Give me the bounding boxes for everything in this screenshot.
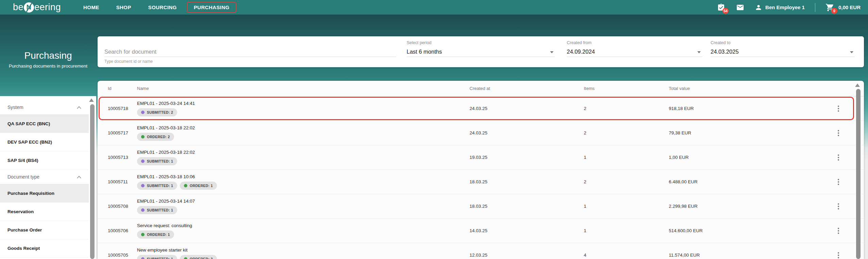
sidebar-item-goods-receipt[interactable]: Goods Receipt (0, 239, 89, 258)
user-menu[interactable]: Ben Employee 1 (755, 4, 805, 11)
row-menu-kebab-icon[interactable] (836, 250, 841, 259)
cart-button[interactable]: 0 0,00 EUR (826, 3, 861, 12)
sidebar-section-items: QA SAP ECC (BNC)DEV SAP ECC (BN2)SAP S/4… (0, 115, 89, 170)
cell-items: 1 (584, 228, 669, 233)
status-badges: SUBMITTED: 1 ORDERED: 3 (137, 255, 470, 259)
document-name: New employee starter kit (137, 247, 470, 253)
nav-item-purchasing[interactable]: PURCHASING (188, 2, 236, 12)
table-body: 10005718 EMPL01 - 2025-03-24 14:41 SUBMI… (98, 96, 864, 259)
app-logo[interactable]: beNeering (13, 2, 61, 13)
sidebar-item-purchase-requisition[interactable]: Purchase Requisition (0, 184, 89, 203)
cell-name: EMPL01 - 2025-03-18 10:06 SUBMITTED: 1 O… (137, 174, 470, 190)
created-from-label: Created from (567, 40, 592, 45)
table-row[interactable]: 10005706 Service request: consulting ORD… (98, 219, 864, 243)
sidebar-scroll-up-arrow[interactable] (89, 98, 94, 102)
messages-button[interactable] (736, 3, 745, 12)
table-scroll-up-arrow[interactable] (855, 84, 860, 87)
filter-bar: Search for document Type document id or … (98, 36, 864, 67)
status-badge: SUBMITTED: 1 (137, 157, 177, 165)
status-badges: SUBMITTED: 2 (137, 108, 470, 116)
cell-items: 2 (584, 106, 669, 111)
topbar-divider (815, 3, 815, 12)
cell-id: 10005713 (108, 155, 137, 160)
column-header-id: Id (108, 86, 137, 91)
period-caret-icon[interactable] (550, 51, 554, 53)
table-row[interactable]: 10005708 EMPL01 - 2025-03-14 14:07 SUBMI… (98, 194, 864, 219)
cell-name: EMPL01 - 2025-03-24 14:41 SUBMITTED: 2 (137, 101, 470, 116)
cell-created-at: 24.03.25 (470, 130, 584, 135)
table-row[interactable]: 10005713 EMPL01 - 2025-03-18 22:02 SUBMI… (98, 145, 864, 170)
table-row[interactable]: 10005718 EMPL01 - 2025-03-24 14:41 SUBMI… (98, 96, 864, 121)
table-row[interactable]: 10005705 New employee starter kit SUBMIT… (98, 243, 864, 259)
sidebar-item-purchase-order[interactable]: Purchase Order (0, 221, 89, 239)
row-menu-kebab-icon[interactable] (836, 226, 841, 236)
row-menu-kebab-icon[interactable] (836, 104, 841, 114)
status-badge-label: ORDERED: 3 (190, 257, 213, 259)
tasks-count-badge: 54 (722, 8, 729, 14)
created-to-caret-icon[interactable] (850, 51, 853, 53)
cell-id: 10005718 (108, 106, 137, 111)
status-badges: SUBMITTED: 1 ORDERED: 1 (137, 182, 470, 190)
sidebar-item-dev-sap-ecc-bn2-[interactable]: DEV SAP ECC (BN2) (0, 133, 89, 151)
created-to-label: Created to (711, 40, 730, 45)
column-header-name: Name (137, 86, 470, 91)
search-input[interactable]: Search for document (104, 49, 156, 55)
cell-created-at: 12.03.25 (470, 253, 584, 258)
row-menu-kebab-icon[interactable] (836, 128, 841, 138)
created-from-caret-icon[interactable] (697, 51, 701, 53)
table-row[interactable]: 10005711 EMPL01 - 2025-03-18 10:06 SUBMI… (98, 170, 864, 194)
cell-total-value: 1,00 EUR (669, 155, 818, 160)
sidebar-section-header: Document type (0, 170, 89, 184)
top-navigation-bar: beNeering HOMESHOPSOURCINGPURCHASING 54 … (0, 0, 868, 15)
cell-created-at: 24.03.25 (470, 106, 584, 111)
cell-id: 10005706 (108, 228, 137, 233)
sidebar-section-header: System (0, 100, 89, 115)
status-dot-icon (184, 184, 187, 187)
status-dot-icon (141, 111, 144, 114)
sidebar-item-sap-s-4-bs4-[interactable]: SAP S/4 (BS4) (0, 151, 89, 170)
cell-total-value: 514.600,00 EUR (669, 228, 818, 233)
chevron-up-icon[interactable] (77, 106, 81, 109)
row-menu-kebab-icon[interactable] (836, 201, 841, 211)
status-badge: ORDERED: 1 (137, 230, 174, 239)
created-to-field[interactable]: Created to 24.03.2025 (711, 36, 855, 67)
nav-item-sourcing[interactable]: SOURCING (142, 2, 183, 12)
sidebar-item-reservation[interactable]: Reservation (0, 203, 89, 221)
period-value[interactable]: Last 6 months (407, 49, 442, 55)
created-from-field[interactable]: Created from 24.09.2024 (567, 36, 702, 67)
period-select[interactable]: Select period Last 6 months (407, 36, 555, 67)
sidebar-item-qa-sap-ecc-bnc-[interactable]: QA SAP ECC (BNC) (0, 115, 89, 133)
cell-name: EMPL01 - 2025-03-14 14:07 SUBMITTED: 1 (137, 199, 470, 214)
document-name: EMPL01 - 2025-03-18 10:06 (137, 174, 470, 179)
nav-item-home[interactable]: HOME (77, 2, 105, 12)
tasks-button[interactable]: 54 (717, 3, 726, 12)
status-dot-icon (184, 257, 187, 259)
page-header: Purchasing Purchasing documents in procu… (0, 50, 96, 69)
nav-item-shop[interactable]: SHOP (110, 2, 137, 12)
status-badge: ORDERED: 3 (180, 255, 217, 259)
row-menu-kebab-icon[interactable] (836, 152, 841, 163)
created-to-value[interactable]: 24.03.2025 (711, 49, 739, 55)
cart-total: 0,00 EUR (838, 4, 861, 10)
cell-items: 1 (584, 204, 669, 209)
documents-table-card: Id Name Created at Items Total value 100… (98, 81, 864, 259)
sidebar-section: Document type Purchase RequisitionReserv… (0, 170, 89, 258)
cell-items: 1 (584, 155, 669, 160)
search-field[interactable]: Search for document Type document id or … (104, 36, 396, 67)
row-menu-kebab-icon[interactable] (836, 177, 841, 187)
created-from-value[interactable]: 24.09.2024 (567, 49, 595, 55)
user-name: Ben Employee 1 (765, 4, 805, 10)
cell-created-at: 14.03.25 (470, 228, 584, 233)
sidebar-sections: System QA SAP ECC (BNC)DEV SAP ECC (BN2)… (0, 100, 89, 258)
table-header-row: Id Name Created at Items Total value (98, 81, 864, 96)
cell-created-at: 18.03.25 (470, 179, 584, 184)
status-dot-icon (141, 160, 144, 163)
chevron-up-icon[interactable] (77, 175, 81, 179)
search-helper-text: Type document id or name (104, 59, 153, 64)
sidebar-scrollbar[interactable] (90, 104, 95, 259)
cell-total-value: 2.299,98 EUR (669, 204, 818, 209)
table-scrollbar[interactable] (856, 89, 861, 259)
status-badge-label: SUBMITTED: 2 (147, 110, 173, 114)
cell-items: 2 (584, 130, 669, 135)
table-row[interactable]: 10005717 EMPL01 - 2025-03-18 22:02 ORDER… (98, 121, 864, 145)
